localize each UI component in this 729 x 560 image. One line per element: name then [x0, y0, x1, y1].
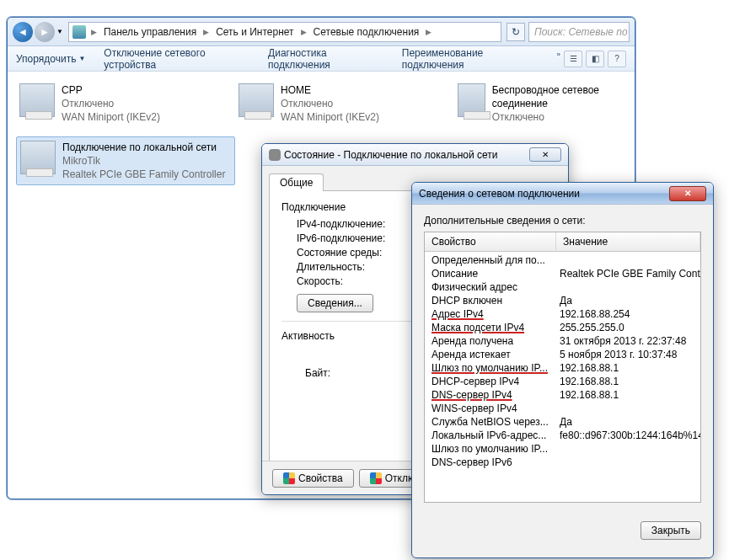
- search-input[interactable]: Поиск: Сетевые по: [528, 22, 630, 42]
- nav-history-dropdown[interactable]: ▼: [56, 28, 63, 35]
- help-button[interactable]: ?: [608, 51, 626, 67]
- property-cell: Маска подсети IPv4: [425, 322, 556, 333]
- control-panel-icon: [72, 25, 86, 39]
- dialog-titlebar[interactable]: Состояние - Подключение по локальной сет…: [262, 144, 568, 166]
- refresh-icon: ↻: [512, 26, 520, 38]
- diagnose-button[interactable]: Диагностика подключения: [268, 47, 383, 71]
- network-icon: [269, 149, 281, 161]
- chevron-right-icon: ▶: [201, 28, 211, 36]
- connection-text: Беспроводное сетевое соединение Отключен…: [492, 83, 619, 125]
- shield-icon: [283, 472, 295, 484]
- value-cell: [556, 254, 700, 266]
- properties-label: Свойства: [298, 472, 343, 484]
- adapter-icon: [19, 83, 55, 117]
- details-subtitle: Дополнительные сведения о сети:: [424, 215, 701, 227]
- list-row[interactable]: Маска подсети IPv4255.255.255.0: [425, 321, 700, 334]
- close-dialog-button[interactable]: Закрыть: [641, 521, 701, 540]
- breadcrumb-mid[interactable]: Сеть и Интернет: [211, 26, 298, 38]
- details-button[interactable]: Сведения...: [297, 294, 373, 312]
- command-toolbar: Упорядочить ▼ Отключение сетевого устрой…: [8, 46, 635, 72]
- overflow-chevrons-icon[interactable]: »: [557, 51, 560, 67]
- close-button[interactable]: ✕: [529, 147, 561, 162]
- connection-status: Отключено: [492, 110, 619, 124]
- disable-device-button[interactable]: Отключение сетевого устройства: [104, 47, 249, 71]
- connection-cpp[interactable]: CPP Отключено WAN Miniport (IKEv2): [16, 80, 210, 128]
- details-listview[interactable]: Свойство Значение Определенный для по...…: [424, 232, 701, 503]
- breadcrumb[interactable]: ▶ Панель управления ▶ Сеть и Интернет ▶ …: [68, 22, 501, 42]
- list-row[interactable]: WINS-сервер IPv4: [425, 402, 700, 415]
- preview-pane-button[interactable]: ◧: [586, 51, 604, 67]
- list-row[interactable]: Аренда истекает5 ноября 2013 г. 10:37:48: [425, 348, 700, 361]
- list-row[interactable]: DNS-сервер IPv6: [425, 456, 700, 469]
- connection-wlan[interactable]: Беспроводное сетевое соединение Отключен…: [454, 80, 623, 128]
- label-ipv6: IPv6-подключение:: [281, 232, 408, 244]
- list-header: Свойство Значение: [425, 232, 700, 252]
- label-bytes: Байт:: [281, 367, 421, 379]
- adapter-icon: [239, 83, 274, 117]
- connection-device: WAN Miniport (IKEv2): [281, 110, 379, 124]
- dialog-title: Сведения о сетевом подключении: [419, 188, 669, 200]
- properties-button[interactable]: Свойства: [272, 469, 354, 488]
- list-row[interactable]: Шлюз по умолчанию IP...192.168.88.1: [425, 361, 700, 375]
- arrow-right-icon: ►: [40, 26, 50, 38]
- list-row[interactable]: DHCP-сервер IPv4192.168.88.1: [425, 375, 700, 388]
- connection-title: CPP: [62, 83, 160, 97]
- close-icon: ✕: [542, 150, 549, 159]
- property-cell: Служба NetBIOS через...: [425, 416, 556, 428]
- view-options-button[interactable]: ☰: [564, 51, 582, 67]
- list-row[interactable]: Служба NetBIOS через...Да: [425, 415, 700, 429]
- list-row[interactable]: ОписаниеRealtek PCIe GBE Family Controll…: [425, 267, 700, 280]
- property-cell: Описание: [425, 268, 556, 280]
- connection-title: Подключение по локальной сети: [62, 141, 225, 154]
- connection-device: Realtek PCIe GBE Family Controller: [62, 168, 225, 181]
- label-media: Состояние среды:: [281, 247, 408, 259]
- connection-lan[interactable]: Подключение по локальной сети MikroTik R…: [16, 136, 235, 186]
- chevron-right-icon: ▶: [424, 28, 433, 36]
- connection-text: HOME Отключено WAN Miniport (IKEv2): [281, 83, 379, 125]
- list-row[interactable]: Определенный для по...: [425, 253, 700, 267]
- organize-menu[interactable]: Упорядочить ▼: [16, 53, 85, 65]
- value-cell: 192.168.88.1: [556, 376, 700, 387]
- rename-button[interactable]: Переименование подключения: [402, 47, 539, 71]
- property-cell: Адрес IPv4: [425, 308, 556, 320]
- list-row[interactable]: Физический адрес: [425, 280, 700, 294]
- list-row[interactable]: Аренда получена31 октября 2013 г. 22:37:…: [425, 334, 700, 348]
- property-cell: Аренда получена: [425, 335, 556, 347]
- property-cell: DNS-сервер IPv6: [425, 456, 556, 468]
- value-cell: 192.168.88.1: [556, 389, 700, 401]
- property-cell: Физический адрес: [425, 281, 556, 293]
- organize-label: Упорядочить: [16, 53, 76, 65]
- dialog-titlebar[interactable]: Сведения о сетевом подключении ✕: [412, 183, 713, 205]
- connection-text: Подключение по локальной сети MikroTik R…: [62, 141, 225, 182]
- address-bar: ◄ ► ▼ ▶ Панель управления ▶ Сеть и Интер…: [8, 18, 635, 46]
- value-cell: 31 октября 2013 г. 22:37:48: [556, 335, 700, 347]
- value-cell: 192.168.88.254: [556, 308, 700, 320]
- adapter-icon: [20, 141, 56, 174]
- list-row[interactable]: Локальный IPv6-адрес...fe80::d967:300b:1…: [425, 429, 700, 442]
- dialog-footer: Закрыть: [412, 513, 713, 548]
- nav-forward-button[interactable]: ►: [35, 22, 55, 42]
- label-speed: Скорость:: [281, 275, 408, 287]
- refresh-button[interactable]: ↻: [507, 23, 525, 41]
- label-duration: Длительность:: [281, 261, 408, 273]
- breadcrumb-leaf[interactable]: Сетевые подключения: [308, 26, 425, 38]
- nav-back-button[interactable]: ◄: [13, 22, 33, 42]
- connection-home[interactable]: HOME Отключено WAN Miniport (IKEv2): [235, 80, 429, 128]
- breadcrumb-root[interactable]: Панель управления: [99, 26, 201, 38]
- list-row[interactable]: Шлюз по умолчанию IP...: [425, 442, 700, 456]
- list-row[interactable]: DNS-сервер IPv4192.168.88.1: [425, 388, 700, 402]
- close-button[interactable]: ✕: [669, 186, 706, 201]
- connection-title: Беспроводное сетевое соединение: [492, 83, 619, 110]
- column-value[interactable]: Значение: [556, 232, 700, 251]
- list-row[interactable]: DHCP включенДа: [425, 294, 700, 307]
- list-row[interactable]: Адрес IPv4192.168.88.254: [425, 307, 700, 321]
- property-cell: Шлюз по умолчанию IP...: [425, 443, 556, 455]
- property-cell: Шлюз по умолчанию IP...: [425, 362, 556, 374]
- column-property[interactable]: Свойство: [425, 232, 556, 251]
- wireless-adapter-icon: [458, 83, 485, 117]
- tab-general[interactable]: Общие: [269, 173, 324, 191]
- connection-status: Отключено: [62, 97, 160, 110]
- value-cell: [556, 456, 700, 468]
- chevron-right-icon: ▶: [299, 28, 308, 36]
- value-cell: Да: [556, 416, 700, 428]
